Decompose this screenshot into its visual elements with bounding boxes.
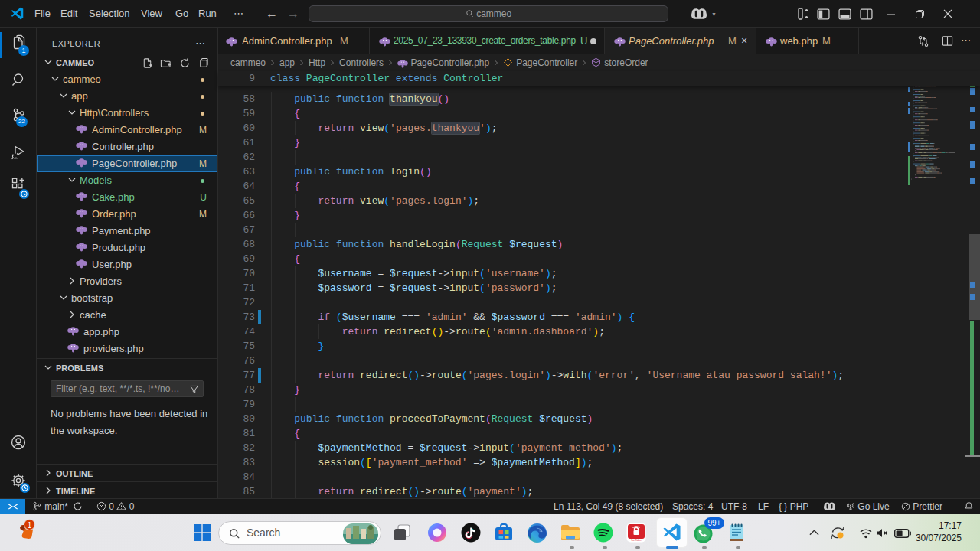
svg-text:FortiToken: FortiToken: [631, 539, 642, 542]
